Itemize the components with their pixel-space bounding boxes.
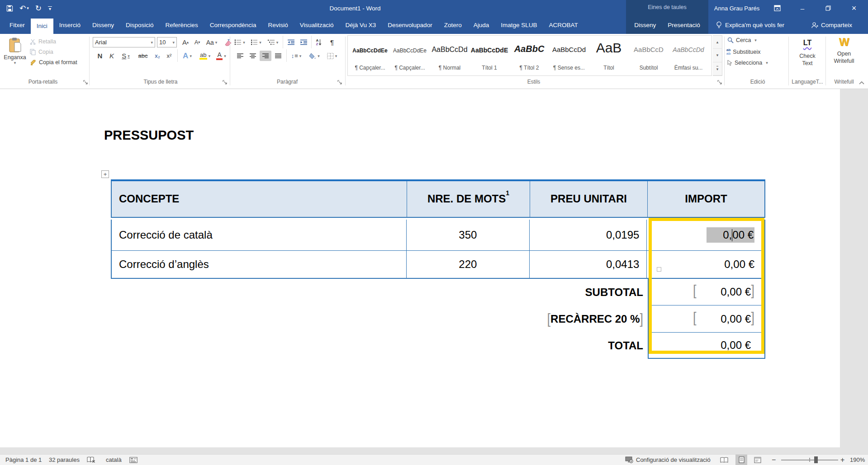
align-right-button[interactable]	[260, 51, 271, 61]
total-value[interactable]: 0,00 €	[648, 333, 765, 359]
align-center-button[interactable]	[247, 51, 259, 61]
paragraph-dialog-launcher[interactable]	[337, 80, 344, 86]
shading-button[interactable]: ▾	[307, 51, 322, 61]
restore-button[interactable]	[818, 0, 838, 16]
superscript-button[interactable]: x²	[164, 51, 175, 61]
strikethrough-button[interactable]: abc	[136, 51, 150, 61]
style-titol1[interactable]: AaBbCcDdE Títol 1	[470, 38, 509, 74]
cell-concept[interactable]: Correcció de català	[112, 220, 407, 250]
save-button[interactable]	[6, 5, 13, 12]
tab-insercio[interactable]: Inserció	[53, 16, 86, 34]
ribbon-display-options-button[interactable]	[767, 0, 787, 16]
display-settings-button[interactable]: Configuració de visualització	[625, 455, 711, 465]
decrease-indent-button[interactable]	[285, 37, 297, 47]
copy-button[interactable]: Copia	[30, 49, 53, 55]
undo-dropdown-caret[interactable]: ▾	[27, 6, 29, 10]
highlight-color-button[interactable]: ab▾	[197, 51, 213, 61]
font-dialog-launcher[interactable]	[223, 80, 229, 86]
select-button[interactable]: Selecciona ▾	[727, 60, 768, 66]
style-sense-espaiat[interactable]: AaBbCcDd ¶ Sense es...	[550, 38, 588, 74]
minimize-button[interactable]: –	[792, 0, 812, 16]
languagetool-check-text-button[interactable]: LT Check Text	[791, 36, 824, 78]
paste-dropdown-caret[interactable]: ▾	[14, 61, 16, 65]
cut-button[interactable]: Retalla	[30, 38, 56, 45]
styles-dialog-launcher[interactable]	[717, 80, 724, 86]
change-case-button[interactable]: Aa▾	[204, 37, 219, 47]
subscript-button[interactable]: x₂	[152, 51, 163, 61]
bold-button[interactable]: N	[95, 51, 105, 61]
underline-button[interactable]: S▾	[119, 51, 133, 61]
tab-table-presentacio[interactable]: Presentació	[662, 16, 706, 34]
cell-concept[interactable]: Correcció d’anglès	[112, 251, 407, 278]
table-move-handle[interactable]: +	[101, 170, 109, 178]
show-paragraph-marks-button[interactable]: ¶	[327, 37, 337, 47]
tab-revisio[interactable]: Revisió	[262, 16, 294, 34]
tab-zotero[interactable]: Zotero	[438, 16, 468, 34]
tab-fitxer[interactable]: Fitxer	[4, 16, 31, 34]
header-preu-unitari[interactable]: PREU UNITARI	[530, 181, 648, 217]
style-subtitol[interactable]: AaBbCcD Subtítol	[629, 38, 668, 74]
subtotal-value[interactable]: [ 0,00 € ]	[648, 279, 765, 305]
subtotal-label[interactable]: SUBTOTAL	[111, 279, 648, 305]
zoom-out-button[interactable]: −	[772, 455, 776, 465]
style-normal[interactable]: AaBbCcDd ¶ Normal	[430, 38, 469, 74]
cell-amount[interactable]: 0,00 €	[647, 251, 764, 278]
numbering-button[interactable]: ▾	[249, 37, 263, 47]
format-painter-button[interactable]: Copia el format	[30, 59, 77, 66]
borders-button[interactable]: ▾	[324, 51, 340, 61]
account-name[interactable]: Anna Grau Parés	[710, 0, 764, 16]
document-scrollbar-area[interactable]	[840, 89, 868, 454]
word-count[interactable]: 32 paraules	[49, 455, 80, 465]
language-indicator[interactable]: català	[106, 455, 122, 465]
customize-qat-button[interactable]: ▾	[48, 6, 52, 10]
header-concepte[interactable]: CONCEPTE	[112, 181, 407, 217]
shrink-font-button[interactable]: A▾	[192, 37, 203, 47]
styles-scroll-down-button[interactable]: ▾	[713, 49, 722, 62]
document-heading[interactable]: PRESSUPOST	[104, 128, 194, 143]
line-spacing-button[interactable]: ↕≡▾	[289, 51, 304, 61]
cell-unit-price[interactable]: 0,0195	[530, 220, 647, 250]
text-effects-button[interactable]: A▾	[180, 51, 194, 61]
cell-words[interactable]: 350	[407, 220, 530, 250]
total-label[interactable]: TOTAL	[111, 333, 648, 359]
zoom-in-button[interactable]: +	[840, 455, 844, 465]
replace-button[interactable]: abab Substitueix	[726, 48, 761, 56]
open-writefull-button[interactable]: W Open Writefull	[828, 36, 860, 78]
font-size-combobox[interactable]: 10 ▾	[157, 37, 177, 47]
print-layout-button[interactable]	[735, 455, 747, 465]
tab-referencies[interactable]: Referències	[160, 16, 204, 34]
recarrec-label[interactable]: [ RECÀRREC 20 % ]	[111, 305, 648, 333]
styles-scroll-up-button[interactable]: ▴	[713, 36, 722, 49]
tab-disposicio[interactable]: Disposició	[120, 16, 160, 34]
collapse-ribbon-button[interactable]	[857, 79, 867, 87]
cell-unit-price[interactable]: 0,0413	[530, 251, 647, 278]
increase-indent-button[interactable]	[298, 37, 309, 47]
sort-button[interactable]: AZ	[313, 37, 325, 47]
table-resize-handle[interactable]	[657, 267, 661, 272]
styles-more-button[interactable]: ▾	[713, 62, 722, 75]
style-capcalera2[interactable]: AaBbCcDdEe ¶ Capçaler...	[390, 38, 429, 74]
tab-table-disseny[interactable]: Disseny	[628, 16, 662, 34]
font-color-button[interactable]: A▾	[214, 51, 228, 61]
close-button[interactable]: ×	[844, 0, 864, 16]
share-button[interactable]: Comparteix	[811, 16, 852, 34]
tab-acrobat[interactable]: ACROBAT	[543, 16, 584, 34]
font-family-combobox[interactable]: Arial ▾	[93, 37, 155, 47]
proofing-status-button[interactable]	[87, 455, 95, 465]
zoom-level[interactable]: 190%	[850, 455, 865, 465]
style-emfasi-subtil[interactable]: AaBbCcDd Èmfasi su...	[669, 38, 708, 74]
header-import[interactable]: IMPORT	[648, 181, 764, 217]
align-left-button[interactable]	[234, 51, 246, 61]
keyboard-language-button[interactable]	[129, 455, 138, 465]
grow-font-button[interactable]: A▴	[180, 37, 191, 47]
cell-words[interactable]: 220	[407, 251, 530, 278]
zoom-slider-handle[interactable]	[814, 456, 818, 463]
tab-disseny[interactable]: Disseny	[86, 16, 120, 34]
style-titol[interactable]: AaB Títol	[589, 38, 628, 74]
style-titol2[interactable]: AaBbC ¶ Títol 2	[510, 38, 549, 74]
tab-imatge-slub[interactable]: Imatge SLUB	[495, 16, 543, 34]
cell-amount-selected[interactable]: 0,00 €	[647, 220, 764, 250]
bullets-button[interactable]: ▾	[232, 37, 247, 47]
tab-visualitzacio[interactable]: Visualització	[294, 16, 340, 34]
read-mode-button[interactable]	[718, 455, 730, 465]
